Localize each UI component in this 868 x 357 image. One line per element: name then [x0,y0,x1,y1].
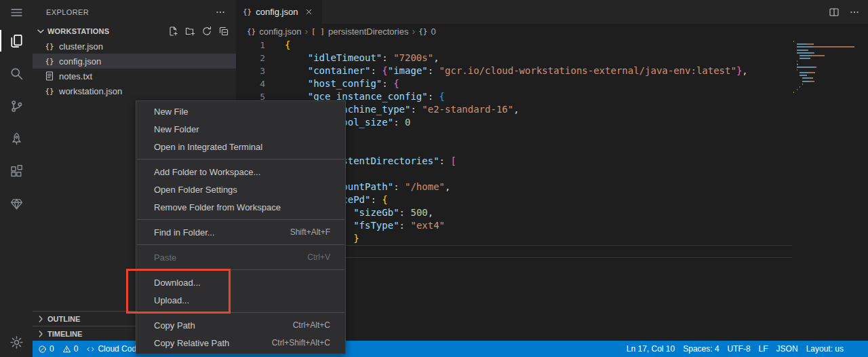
breadcrumb-item-0[interactable]: {}0 [418,26,435,37]
chevron-right-icon [35,314,46,324]
symbol-icon: {} [247,27,256,36]
menu-item-open-folder-settings[interactable]: Open Folder Settings [136,181,345,198]
explorer-more-actions-button[interactable] [213,5,228,20]
chevron-down-icon [35,26,46,37]
code-line-3[interactable]: 3 "container": {"image": "gcr.io/cloud-w… [236,64,792,77]
close-icon[interactable] [302,5,315,19]
cloud-workstations-editor: EXPLORER WORKSTATIONS {}cluster.json{}co… [0,0,868,357]
code-line-1[interactable]: 1{ [236,39,792,52]
menu-separator [137,159,344,159]
editor-toolbar [827,0,868,24]
symbol-icon: [ ] [311,27,325,36]
file-item-notes-txt[interactable]: notes.txt [33,69,236,83]
status-eol[interactable]: LF [755,341,772,357]
file-item-cluster-json[interactable]: {}cluster.json [33,39,236,54]
json-icon: {} [44,42,55,51]
search-icon [9,67,24,81]
menu-item-upload[interactable]: Upload... [136,291,345,309]
status-keyboard-layout[interactable]: Layout: us [802,341,848,357]
file-item-workstation-json[interactable]: {}workstation.json [33,83,236,98]
code-icon [86,345,95,354]
symbol-icon: {} [418,27,427,36]
status-errors[interactable]: 0 [34,341,58,357]
activity-cloud-run[interactable] [0,122,33,155]
line-number: 1 [236,39,285,52]
workspace-folder-label: WORKSTATIONS [47,27,167,35]
diamond-icon [9,197,24,211]
sidebar-title: EXPLORER [46,8,213,16]
tab-bar: {} config.json [236,0,868,24]
breadcrumb-item-persistentdirectories[interactable]: [ ]persistentDirectories [311,26,408,37]
file-label: notes.txt [59,71,92,81]
activity-cloud-code[interactable] [0,187,33,220]
activity-search[interactable] [0,57,33,90]
file-label: workstation.json [59,86,122,96]
menu-item-copy-path[interactable]: Copy PathCtrl+Alt+C [136,316,345,334]
json-icon: {} [44,87,55,96]
menu-item-remove-folder-from-workspace[interactable]: Remove Folder from Workspace [136,198,345,216]
activity-menu[interactable] [0,0,33,24]
line-number: 4 [236,77,285,90]
tab-config-json[interactable]: {} config.json [236,0,322,24]
menu-separator [137,244,344,245]
breadcrumb-item-config-json[interactable]: {}config.json [247,26,301,37]
extensions-icon [9,164,24,178]
status-right-group: Ln 17, Col 10Spaces: 4UTF-8LFJSONLayout:… [623,341,868,357]
code-line-4[interactable]: 4 "host_config": { [236,77,792,90]
line-number: 3 [236,64,285,77]
text-file-icon [44,71,55,81]
menu-item-add-folder-to-workspace[interactable]: Add Folder to Workspace... [136,163,345,181]
collapse-folders-button[interactable] [218,26,229,37]
breadcrumb-separator: › [303,26,309,37]
file-tree: {}cluster.json{}config.jsonnotes.txt{}wo… [33,39,236,98]
activity-explorer[interactable] [0,24,33,57]
refresh-explorer-button[interactable] [201,26,212,37]
split-editor-button[interactable] [827,5,841,19]
menu-shortcut: Ctrl+Shift+Alt+C [272,338,330,347]
menu-separator [137,219,344,220]
menu-separator [137,269,344,270]
more-editor-actions-button[interactable] [848,5,861,19]
menu-shortcut: Shift+Alt+F [290,227,330,237]
menu-item-paste[interactable]: PasteCtrl+V [136,248,345,266]
menu-separator [137,312,344,313]
menu-item-find-in-folder[interactable]: Find in Folder...Shift+Alt+F [136,223,345,241]
status-warnings[interactable]: 0 [58,341,83,357]
explorer-context-menu: New FileNew FolderOpen in Integrated Ter… [136,100,346,354]
rocket-icon [9,132,24,146]
menu-item-new-file[interactable]: New File [136,102,345,120]
menu-item-open-in-integrated-terminal[interactable]: Open in Integrated Terminal [136,138,345,155]
status-language-mode[interactable]: JSON [772,341,802,357]
menu-shortcut: Ctrl+V [307,252,330,262]
breadcrumb-separator: › [410,26,416,37]
error-icon [38,345,47,354]
activity-bar [0,0,33,357]
sidebar-header: EXPLORER [33,0,236,24]
section-label: TIMELINE [47,330,82,338]
minimap[interactable] [793,41,859,95]
new-folder-button[interactable] [184,26,195,37]
status-encoding[interactable]: UTF-8 [724,341,755,357]
file-label: config.json [59,56,101,67]
explorer-toolbar [167,26,232,37]
line-number: 2 [236,52,285,64]
json-file-icon: {} [243,7,252,16]
activity-manage[interactable] [0,328,33,356]
status-indentation[interactable]: Spaces: 4 [679,341,723,357]
source-control-icon [9,99,24,113]
menu-icon [9,5,24,20]
workspace-folder-header[interactable]: WORKSTATIONS [33,24,236,39]
menu-item-download[interactable]: Download... [136,274,345,291]
breadcrumb: {}config.json›[ ]persistentDirectories›{… [236,24,868,39]
status-cursor-position[interactable]: Ln 17, Col 10 [623,341,679,357]
code-line-2[interactable]: 2 "idleTimeout": "7200s", [236,52,792,64]
menu-item-new-folder[interactable]: New Folder [136,120,345,138]
chevron-right-icon [35,328,46,339]
file-item-config-json[interactable]: {}config.json [33,54,236,69]
file-label: cluster.json [59,41,103,52]
new-file-button[interactable] [167,26,178,37]
activity-source-control[interactable] [0,90,33,122]
menu-item-copy-relative-path[interactable]: Copy Relative PathCtrl+Shift+Alt+C [136,334,345,352]
activity-extensions[interactable] [0,155,33,187]
json-icon: {} [44,57,55,66]
